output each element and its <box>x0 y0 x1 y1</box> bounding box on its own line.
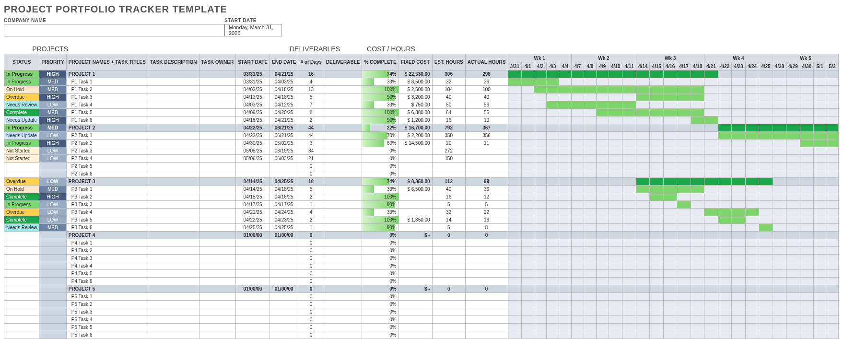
priority-cell[interactable]: LOW <box>39 132 66 140</box>
deliverable-cell[interactable] <box>324 170 362 178</box>
priority-cell[interactable]: LOW <box>39 178 66 186</box>
status-cell[interactable]: Not Started <box>4 155 39 163</box>
fixed-cost-cell[interactable] <box>399 270 432 278</box>
est-hours-cell[interactable] <box>432 262 465 270</box>
days-cell[interactable]: 0 <box>298 316 324 324</box>
status-cell[interactable] <box>4 163 39 170</box>
start-date-cell[interactable]: 03/31/25 <box>236 70 270 78</box>
deliverable-cell[interactable] <box>324 308 362 316</box>
priority-cell[interactable] <box>39 232 66 239</box>
actual-hours-cell[interactable]: 40 <box>465 94 508 101</box>
days-cell[interactable]: 0 <box>298 232 324 239</box>
days-cell[interactable]: 0 <box>298 262 324 270</box>
actual-hours-cell[interactable] <box>465 163 508 170</box>
percent-complete-cell[interactable]: 74% <box>362 178 399 186</box>
name-cell[interactable]: P1 Task 1 <box>66 78 148 86</box>
deliverable-cell[interactable] <box>324 239 362 247</box>
end-date-cell[interactable]: 04/23/25 <box>270 216 298 224</box>
fixed-cost-cell[interactable] <box>399 255 432 262</box>
desc-cell[interactable] <box>148 232 199 239</box>
status-cell[interactable]: On Hold <box>4 186 39 193</box>
status-cell[interactable] <box>4 232 39 239</box>
start-date-cell[interactable]: 04/09/25 <box>236 109 270 117</box>
fixed-cost-cell[interactable] <box>399 316 432 324</box>
percent-complete-cell[interactable]: 0% <box>362 308 399 316</box>
start-date-cell[interactable]: 04/14/25 <box>236 186 270 193</box>
owner-cell[interactable] <box>199 270 236 278</box>
owner-cell[interactable] <box>199 170 236 178</box>
est-hours-cell[interactable]: 0 <box>432 232 465 239</box>
status-cell[interactable]: Not Started <box>4 147 39 155</box>
actual-hours-cell[interactable]: 36 <box>465 78 508 86</box>
end-date-cell[interactable]: 04/24/25 <box>270 209 298 216</box>
status-cell[interactable]: In Progress <box>4 140 39 147</box>
actual-hours-cell[interactable]: 11 <box>465 140 508 147</box>
est-hours-cell[interactable] <box>432 163 465 170</box>
name-cell[interactable]: P4 Task 2 <box>66 247 148 255</box>
status-cell[interactable]: Overdue <box>4 178 39 186</box>
start-date-cell[interactable]: 04/03/25 <box>236 101 270 109</box>
status-cell[interactable] <box>4 301 39 308</box>
est-hours-cell[interactable]: 40 <box>432 94 465 101</box>
end-date-cell[interactable] <box>270 324 298 331</box>
end-date-cell[interactable] <box>270 170 298 178</box>
start-date-cell[interactable]: 05/05/25 <box>236 147 270 155</box>
percent-complete-cell[interactable]: 0% <box>362 331 399 339</box>
percent-complete-cell[interactable]: 33% <box>362 78 399 86</box>
desc-cell[interactable] <box>148 209 199 216</box>
percent-complete-cell[interactable]: 0% <box>362 301 399 308</box>
status-cell[interactable]: Needs Update <box>4 132 39 140</box>
est-hours-cell[interactable]: 150 <box>432 155 465 163</box>
actual-hours-cell[interactable] <box>465 308 508 316</box>
desc-cell[interactable] <box>148 239 199 247</box>
task-row[interactable]: Needs UpdateHIGHP1 Task 604/18/2504/21/2… <box>4 117 839 124</box>
percent-complete-cell[interactable]: 0% <box>362 255 399 262</box>
desc-cell[interactable] <box>148 293 199 301</box>
est-hours-cell[interactable]: 32 <box>432 78 465 86</box>
days-cell[interactable]: 1 <box>298 201 324 209</box>
priority-cell[interactable]: LOW <box>39 216 66 224</box>
name-cell[interactable]: P3 Task 5 <box>66 216 148 224</box>
deliverable-cell[interactable] <box>324 278 362 285</box>
name-cell[interactable]: P5 Task 6 <box>66 331 148 339</box>
owner-cell[interactable] <box>199 124 236 132</box>
deliverable-cell[interactable] <box>324 78 362 86</box>
status-cell[interactable] <box>4 293 39 301</box>
actual-hours-cell[interactable] <box>465 324 508 331</box>
fixed-cost-cell[interactable] <box>399 155 432 163</box>
days-cell[interactable]: 2 <box>298 117 324 124</box>
name-cell[interactable]: P1 Task 4 <box>66 101 148 109</box>
name-cell[interactable]: PROJECT 1 <box>66 70 148 78</box>
task-row[interactable]: OverdueHIGHP1 Task 304/13/2504/18/25590%… <box>4 94 839 101</box>
desc-cell[interactable] <box>148 324 199 331</box>
fixed-cost-cell[interactable]: $ 1,850.00 <box>399 216 432 224</box>
percent-complete-cell[interactable]: 90% <box>362 94 399 101</box>
owner-cell[interactable] <box>199 186 236 193</box>
fixed-cost-cell[interactable] <box>399 262 432 270</box>
fixed-cost-cell[interactable] <box>399 170 432 178</box>
percent-complete-cell[interactable]: 60% <box>362 140 399 147</box>
fixed-cost-cell[interactable]: $ - <box>399 285 432 293</box>
desc-cell[interactable] <box>148 101 199 109</box>
end-date-cell[interactable]: 01/00/00 <box>270 285 298 293</box>
end-date-cell[interactable]: 04/21/25 <box>270 117 298 124</box>
deliverable-cell[interactable] <box>324 324 362 331</box>
deliverable-cell[interactable] <box>324 109 362 117</box>
name-cell[interactable]: P4 Task 1 <box>66 239 148 247</box>
actual-hours-cell[interactable]: 100 <box>465 86 508 94</box>
status-cell[interactable]: In Progress <box>4 70 39 78</box>
est-hours-cell[interactable]: 50 <box>432 101 465 109</box>
priority-cell[interactable] <box>39 301 66 308</box>
days-cell[interactable]: 0 <box>298 163 324 170</box>
owner-cell[interactable] <box>199 232 236 239</box>
start-date-cell[interactable] <box>236 270 270 278</box>
owner-cell[interactable] <box>199 78 236 86</box>
est-hours-cell[interactable] <box>432 255 465 262</box>
status-cell[interactable] <box>4 308 39 316</box>
desc-cell[interactable] <box>148 270 199 278</box>
name-cell[interactable]: P4 Task 4 <box>66 262 148 270</box>
end-date-cell[interactable]: 04/18/25 <box>270 94 298 101</box>
fixed-cost-cell[interactable] <box>399 239 432 247</box>
task-row[interactable]: Not StartedLOWP2 Task 405/06/2506/03/252… <box>4 155 839 163</box>
percent-complete-cell[interactable]: 90% <box>362 201 399 209</box>
